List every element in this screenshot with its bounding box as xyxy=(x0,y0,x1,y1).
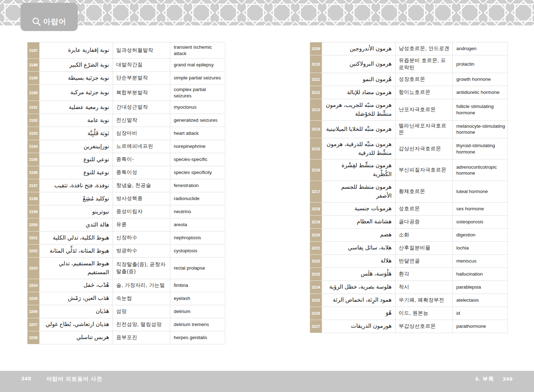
arabic-term: نوبة عامة xyxy=(40,114,113,127)
entry-number: 3189 xyxy=(28,72,40,85)
footer-right: 6. 부록 349 xyxy=(475,375,513,383)
dict-row: 3204هُدْب، خَمَل술, 가장자리, 가는털fimbria xyxy=(28,279,225,292)
page-number-left: 348 xyxy=(21,375,31,383)
dict-row: 3195نوعي للنوع종특이-species-specific xyxy=(28,153,225,166)
dictionary-table-left: 3187نوبة إقفارية عابرة일과성허혈발작transient i… xyxy=(27,42,225,344)
korean-term: 섬망 xyxy=(113,305,170,318)
korean-term: 소화 xyxy=(396,228,453,241)
dict-row: 3224هلوسة بصرية، خطل الرؤية착시parablepsia xyxy=(310,281,508,294)
entry-number: 3214 xyxy=(310,120,322,138)
english-term: species specificity xyxy=(170,166,225,179)
english-term: herpes genitalis xyxy=(170,331,225,344)
entry-number: 3210 xyxy=(310,55,322,73)
dict-row: 3218هرمونات جنسية성호르몬sex hormone xyxy=(310,202,508,215)
entry-number: 3227 xyxy=(310,320,322,333)
arabic-term: هرمون منبِّه للخلايا الميلانينية xyxy=(322,120,396,138)
korean-term: 멜라닌세포자극호르몬 xyxy=(396,120,453,138)
tab-label: 아랍어 xyxy=(43,17,66,26)
entry-number: 3209 xyxy=(310,42,322,55)
dict-row: 3188نوبة الصَرْع الكبير대발작간질grand mal ep… xyxy=(28,59,225,72)
english-term: prolactin xyxy=(453,55,508,73)
dict-row: 3211هُرمون النمو성장호르몬growth hormone xyxy=(310,73,508,86)
scanned-dictionary-page: 아랍어 3187نوبة إقفارية عابرة일과성허혈발작transie… xyxy=(0,0,534,392)
entry-number: 3211 xyxy=(310,73,322,86)
korean-term: 복합부분발작 xyxy=(113,85,170,101)
korean-term: 갑상선자극호르몬 xyxy=(396,138,453,159)
korean-term: 직장탈출(증), 곧창자탈출(증) xyxy=(113,258,170,279)
arabic-term: هبوط المستقيم، تدلي المستقيم xyxy=(40,258,113,279)
page-number-right: 349 xyxy=(503,376,513,382)
english-term: neutrino xyxy=(170,205,225,218)
dictionary-table-right: 3209هرمون الأندروجين남성호르몬, 안드로겐androgen3… xyxy=(310,42,508,333)
arabic-term: هرمون منشط للجسم الأصفر xyxy=(322,181,396,203)
english-term: heart attack xyxy=(170,127,225,140)
korean-term: 술, 가장자리, 가는털 xyxy=(113,279,170,292)
entry-number: 3206 xyxy=(28,305,40,318)
entry-number: 3212 xyxy=(310,86,322,99)
korean-term: 방광하수 xyxy=(113,245,170,258)
arabic-term: همود الرِئة، انخماص الرئة xyxy=(322,294,396,307)
arabic-term: هُدْب، خَمَل xyxy=(40,279,113,292)
dict-row: 3192نوبة عامة전신발작generalized seizures xyxy=(28,114,225,127)
korean-term: 유즙분비 호르몬, 프로락틴 xyxy=(396,55,453,73)
english-term: species-specific xyxy=(170,153,225,166)
korean-term: 난포자극호르몬 xyxy=(396,99,453,121)
english-term: luteal hormone xyxy=(453,181,508,203)
english-term: areola xyxy=(170,218,225,231)
english-term: grand mal epilepsy xyxy=(170,59,225,72)
entry-number: 3198 xyxy=(28,192,40,205)
dict-row: 3193نَوبَة قَلْبِيَّة심장마비heart attack xyxy=(28,127,225,140)
arabic-term: هبوط المثانة، تَدَلِّي المثانة xyxy=(40,245,113,258)
entry-number: 3192 xyxy=(28,114,40,127)
dict-row: 3207هذيان ارتعاشي، بُطاح غولي진전섬망, 떨림섬망d… xyxy=(28,318,225,331)
dict-row: 3187نوبة إقفارية عابرة일과성허혈발작transient i… xyxy=(28,42,225,59)
arabic-term: نَوبَة قَلْبِيَّة xyxy=(40,127,113,140)
entry-number: 3207 xyxy=(28,318,40,331)
arabic-term: هرمون البرولاكتين xyxy=(322,55,396,73)
arabic-term: هربس تناسلي xyxy=(40,331,113,344)
arabic-term: نوعية للنوع xyxy=(40,166,113,179)
english-term: nephroptosis xyxy=(170,231,225,245)
dict-row: 3190نوبة جزئية مركبة복합부분발작complex partia… xyxy=(28,85,225,101)
dict-row: 3199نيوترينو중성미립자neutrino xyxy=(28,205,225,218)
english-term: simple partial seizures xyxy=(170,72,225,85)
dict-row: 3213هرمون منبّه للجريب، هرمون منشِّط للح… xyxy=(310,99,508,121)
entry-number: 3208 xyxy=(28,331,40,344)
entry-number: 3193 xyxy=(28,127,40,140)
korean-term: 대발작간질 xyxy=(113,59,170,72)
english-term: growth hormone xyxy=(453,73,508,86)
english-term: delirium xyxy=(170,305,225,318)
korean-term: 반달연골 xyxy=(396,254,453,267)
korean-term: 진전섬망, 떨림섬망 xyxy=(113,318,170,331)
dict-row: 3223هَلْوَسة، هَلَس환각hallucination xyxy=(310,267,508,281)
footer-section-title: 6. 부록 xyxy=(475,375,494,383)
dict-row: 3191نوبة رمعية عضلية간대성근발작myoclonus xyxy=(28,101,225,114)
korean-term: 단순부분발작 xyxy=(113,72,170,85)
arabic-term: هضم xyxy=(322,228,396,241)
entry-number: 3187 xyxy=(28,42,40,59)
korean-term: 황체호르몬 xyxy=(396,181,453,203)
arabic-term: هرمون منبّه للجريب، هرمون منشِّط للحَوْص… xyxy=(322,99,396,121)
entry-number: 3217 xyxy=(310,181,322,203)
arabic-term: هذيان ارتعاشي، بُطاح غولي xyxy=(40,318,113,331)
entry-number: 3219 xyxy=(310,215,322,228)
arabic-term: هالة الثدي xyxy=(40,218,113,231)
dict-row: 3215هرمون منبِّه للدرقية، هرمون منشِّط ل… xyxy=(310,138,508,159)
arabic-term: هلابة، سائل نِفاسي xyxy=(322,241,396,254)
english-term: transient ischemic attack xyxy=(170,42,225,59)
korean-term: 신장하수 xyxy=(113,231,170,245)
english-term: lochia xyxy=(453,241,508,254)
dict-row: 3198نوكليد مُشِعّ방사성핵종radionuclide xyxy=(28,192,225,205)
dict-row: 3208هربس تناسلي음부포진herpes genitalis xyxy=(28,331,225,344)
language-tab-arabic: 아랍어 xyxy=(20,3,78,31)
english-term: fenestration xyxy=(170,179,225,192)
dict-row: 3196نوعية للنوع종특이성species specificity xyxy=(28,166,225,179)
dict-row: 3200هالة الثدي유륜areola xyxy=(28,218,225,231)
dict-row: 3225همود الرِئة، انخماص الرئة무기폐, 폐확장부전a… xyxy=(310,294,508,307)
english-term: parathormone xyxy=(453,320,508,333)
korean-term: 부신피질자극호르몬 xyxy=(396,159,453,181)
entry-number: 3220 xyxy=(310,228,322,241)
entry-number: 3202 xyxy=(28,245,40,258)
english-term: melanocyte-stimulating hormone xyxy=(453,120,508,138)
korean-term: 산후질분비물 xyxy=(396,241,453,254)
